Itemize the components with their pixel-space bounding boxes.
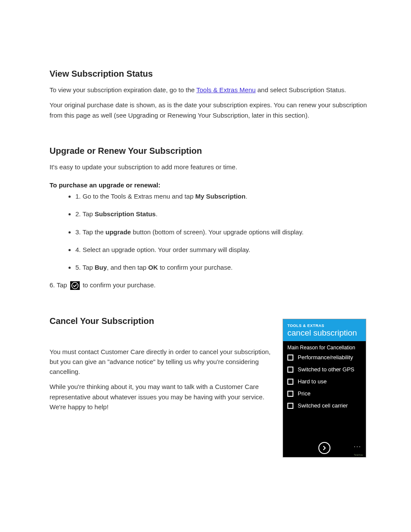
- text-post: and select Subscription Status.: [255, 86, 346, 93]
- next-button[interactable]: [318, 442, 330, 454]
- checkbox-icon[interactable]: [287, 367, 293, 373]
- step-4-post: Your order summary will display.: [158, 246, 250, 253]
- para-cancel-1: You must contact Customer Care directly …: [50, 347, 274, 377]
- option-label: Price: [298, 390, 311, 397]
- option-label: Performance/reliability: [298, 354, 353, 361]
- text-pre: To view your subscription expiration dat…: [50, 86, 196, 93]
- phone-title: cancel subscription: [287, 328, 361, 338]
- subhead-purchase: To purchase an upgrade or renewal:: [50, 181, 368, 189]
- checkbox-icon[interactable]: [287, 391, 293, 397]
- step-3-post: button (bottom of screen). Your upgrade …: [131, 228, 304, 236]
- phone-header: TOOLS & EXTRAS cancel subscription: [283, 319, 366, 341]
- option-label: Switched cell carrier: [298, 402, 348, 409]
- chevron-right-icon: [321, 445, 327, 451]
- step-6: 6. Tap to confirm your purchase.: [50, 280, 368, 290]
- para-cancel-2: While you're thinking about it, you may …: [50, 382, 274, 412]
- step-5-pre: 5. Tap: [75, 264, 95, 271]
- heading-view-subscription: View Subscription Status: [50, 69, 368, 79]
- checkbox-icon[interactable]: [287, 355, 293, 361]
- link-tools-extras-menu[interactable]: Tools & Extras Menu: [196, 86, 256, 93]
- step-4-pre: 4. Select an upgrade option.: [75, 246, 158, 253]
- option-price[interactable]: Price: [287, 390, 361, 397]
- step-5-strong: Buy: [95, 264, 107, 271]
- step-3: 3. Tap the upgrade button (bottom of scr…: [75, 227, 368, 237]
- step-2-strong: Subscription Status: [95, 210, 156, 218]
- step-1: 1. Go to the Tools & Extras menu and tap…: [75, 191, 368, 201]
- step-1-pre: 1. Go to the Tools & Extras menu and tap: [75, 193, 195, 200]
- option-switched-gps[interactable]: Switched to other GPS: [287, 366, 361, 373]
- checkbox-icon[interactable]: [287, 403, 293, 409]
- para-upgrade-intro: It's easy to update your subscription to…: [50, 162, 368, 172]
- checkbox-icon[interactable]: [287, 379, 293, 385]
- step-5: 5. Tap Buy, and then tap OK to confirm y…: [75, 262, 368, 272]
- heading-upgrade-renew: Upgrade or Renew Your Subscription: [50, 146, 368, 156]
- step-4: 4. Select an upgrade option. Your order …: [75, 245, 368, 255]
- phone-crumb: TOOLS & EXTRAS: [287, 324, 361, 328]
- phone-brand: TeleNav: [354, 454, 363, 456]
- phone-appbar: ... TeleNav: [283, 439, 366, 457]
- step-6-post: to confirm your purchase.: [83, 281, 156, 289]
- confirm-check-icon: [70, 281, 80, 290]
- option-switched-carrier[interactable]: Switched cell carrier: [287, 402, 361, 409]
- step-6-pre: 6. Tap: [50, 281, 69, 289]
- step-2: 2. Tap Subscription Status.: [75, 209, 368, 219]
- step-1-post: .: [246, 193, 247, 200]
- step-2-post: .: [156, 210, 157, 218]
- phone-body: Main Reason for Cancellation Performance…: [283, 341, 366, 418]
- more-icon[interactable]: ...: [354, 442, 361, 448]
- para-subscription-detail: Your original purchase date is shown, as…: [50, 100, 368, 120]
- phone-prompt: Main Reason for Cancellation: [287, 345, 361, 351]
- option-hard-to-use[interactable]: Hard to use: [287, 378, 361, 385]
- option-label: Hard to use: [298, 378, 327, 385]
- step-3-strong: upgrade: [106, 228, 131, 236]
- step-5-strong2: OK: [148, 264, 158, 271]
- step-5-mid: , and then tap: [107, 264, 148, 271]
- step-3-pre: 3. Tap the: [75, 228, 106, 236]
- phone-screenshot: TOOLS & EXTRAS cancel subscription Main …: [283, 319, 366, 457]
- step-2-pre: 2. Tap: [75, 210, 95, 218]
- steps-list: 1. Go to the Tools & Extras menu and tap…: [75, 191, 368, 272]
- para-subscription-path: To view your subscription expiration dat…: [50, 85, 368, 95]
- option-label: Switched to other GPS: [298, 366, 355, 373]
- step-5-post2: to confirm your purchase.: [158, 264, 233, 271]
- step-1-strong: My Subscription: [195, 193, 246, 200]
- option-performance[interactable]: Performance/reliability: [287, 354, 361, 361]
